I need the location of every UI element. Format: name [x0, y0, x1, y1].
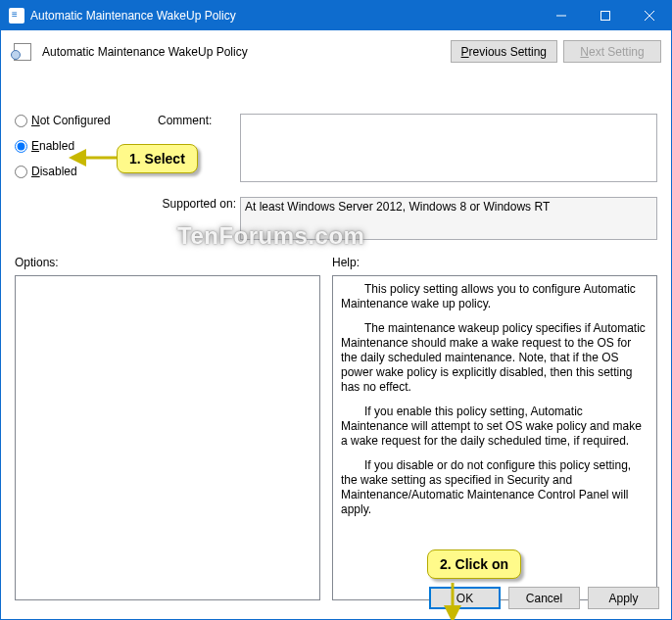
help-paragraph: The maintenance wakeup policy specifies …: [341, 321, 648, 395]
minimize-button[interactable]: [539, 1, 583, 30]
cancel-button[interactable]: Cancel: [508, 587, 580, 609]
comment-label: Comment:: [158, 114, 212, 127]
help-paragraph: If you enable this policy setting, Autom…: [341, 405, 648, 449]
content-area: Automatic Maintenance WakeUp Policy Prev…: [1, 30, 671, 619]
svg-rect-1: [600, 12, 609, 21]
next-setting-button[interactable]: Next Setting: [563, 40, 661, 63]
options-panel: [15, 275, 320, 600]
close-button[interactable]: [627, 1, 671, 30]
header-row: Automatic Maintenance WakeUp Policy Prev…: [11, 40, 661, 63]
radio-not-configured[interactable]: Not Configured: [15, 114, 111, 127]
radio-disabled[interactable]: Disabled: [15, 165, 111, 178]
comment-textarea[interactable]: [240, 114, 657, 182]
help-paragraph: This policy setting allows you to config…: [341, 282, 648, 311]
policy-name-label: Automatic Maintenance WakeUp Policy: [42, 45, 451, 59]
ok-button[interactable]: OK: [429, 587, 501, 609]
previous-setting-button[interactable]: Previous Setting: [451, 40, 557, 63]
policy-titlebar-icon: [9, 8, 24, 24]
help-paragraph: If you disable or do not configure this …: [341, 458, 648, 517]
supported-on-text: At least Windows Server 2012, Windows 8 …: [240, 197, 657, 240]
help-label: Help:: [332, 256, 360, 269]
window-title: Automatic Maintenance WakeUp Policy: [30, 9, 539, 23]
state-radio-group: Not Configured Enabled Disabled: [15, 114, 111, 178]
titlebar[interactable]: Automatic Maintenance WakeUp Policy: [1, 1, 671, 30]
policy-icon: [11, 42, 34, 62]
annotation-arrow-icon: [77, 150, 120, 166]
annotation-callout: 2. Click on: [427, 549, 521, 579]
annotation-callout: 1. Select: [117, 144, 198, 173]
supported-on-label: Supported on:: [158, 197, 236, 211]
maximize-button[interactable]: [583, 1, 627, 30]
options-label: Options:: [15, 256, 59, 269]
apply-button[interactable]: Apply: [588, 587, 659, 609]
annotation-arrow-icon: [445, 581, 460, 614]
